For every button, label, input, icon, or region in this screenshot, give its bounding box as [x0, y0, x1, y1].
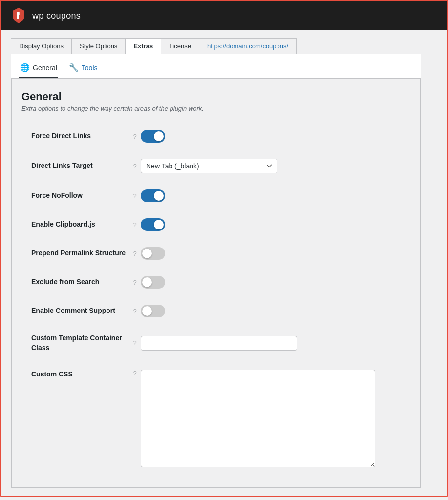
setting-enable-comment-support: Enable Comment Support ?	[21, 297, 410, 326]
toggle-force-nofollow-slider	[141, 189, 165, 202]
select-direct-links-target[interactable]: New Tab (_blank) Same Tab (_self)	[141, 159, 277, 173]
svg-rect-0	[17, 12, 19, 19]
tools-icon: 🔧	[69, 63, 79, 72]
tab-domain-link[interactable]: https://domain.com/coupons/	[199, 38, 297, 54]
help-exclude-from-search[interactable]: ?	[129, 279, 141, 286]
general-icon: 🌐	[20, 63, 30, 72]
tab-extras[interactable]: Extras	[125, 38, 161, 54]
label-force-direct-links: Force Direct Links	[31, 131, 129, 141]
tabs-content: 🌐 General 🔧 Tools General Extra options …	[11, 54, 421, 488]
setting-exclude-from-search: Exclude from Search ?	[21, 268, 410, 297]
svg-rect-1	[19, 12, 20, 15]
sub-tab-tools-label: Tools	[82, 64, 98, 72]
app-logo-icon	[11, 7, 26, 24]
sub-tab-tools[interactable]: 🔧 Tools	[68, 60, 99, 78]
label-force-nofollow: Force NoFollow	[31, 191, 129, 201]
label-exclude-from-search: Exclude from Search	[31, 277, 129, 287]
toggle-force-direct-links-slider	[141, 130, 165, 143]
control-prepend-permalink	[141, 247, 401, 260]
tab-style-options[interactable]: Style Options	[71, 38, 126, 54]
toggle-enable-clipboard[interactable]	[141, 218, 165, 231]
toggle-force-direct-links[interactable]	[141, 130, 165, 143]
setting-custom-css: Custom CSS ?	[21, 361, 410, 475]
sub-tab-general-label: General	[33, 64, 57, 72]
help-custom-template-class[interactable]: ?	[129, 339, 141, 347]
setting-enable-clipboard: Enable Clipboard.js ?	[21, 210, 410, 239]
app-title: wp coupons	[32, 11, 81, 21]
setting-prepend-permalink: Prepend Permalink Structure ?	[21, 239, 410, 268]
setting-force-nofollow: Force NoFollow ?	[21, 182, 410, 210]
tab-license[interactable]: License	[161, 38, 199, 54]
label-custom-css: Custom CSS	[31, 370, 129, 379]
section-title: General	[21, 90, 410, 103]
content-area: General Extra options to change the way …	[11, 79, 421, 487]
setting-force-direct-links: Force Direct Links ?	[21, 122, 410, 151]
help-prepend-permalink[interactable]: ?	[129, 250, 141, 257]
label-enable-comment-support: Enable Comment Support	[31, 306, 129, 316]
section-description: Extra options to change the way certain …	[21, 105, 410, 112]
control-force-direct-links	[141, 130, 401, 143]
help-enable-clipboard[interactable]: ?	[129, 221, 141, 229]
label-prepend-permalink: Prepend Permalink Structure	[31, 249, 129, 258]
toggle-prepend-permalink[interactable]	[141, 247, 165, 260]
toggle-force-nofollow[interactable]	[141, 189, 165, 202]
control-direct-links-target: New Tab (_blank) Same Tab (_self)	[141, 159, 401, 173]
control-enable-clipboard	[141, 218, 401, 231]
toggle-exclude-from-search-slider	[141, 276, 165, 289]
page-wrapper: Display Options Style Options Extras Lic…	[1, 30, 431, 496]
help-custom-css[interactable]: ?	[129, 370, 141, 377]
sub-tabs: 🌐 General 🔧 Tools	[11, 54, 421, 79]
control-enable-comment-support	[141, 305, 401, 317]
toggle-enable-clipboard-slider	[141, 218, 165, 231]
app-header: wp coupons	[1, 1, 447, 30]
help-force-nofollow[interactable]: ?	[129, 192, 141, 200]
control-exclude-from-search	[141, 276, 401, 289]
control-custom-template-class	[141, 336, 401, 351]
sub-tab-general[interactable]: 🌐 General	[19, 60, 58, 78]
control-force-nofollow	[141, 189, 401, 202]
setting-direct-links-target: Direct Links Target ? New Tab (_blank) S…	[21, 151, 410, 182]
toggle-enable-comment-support-slider	[141, 305, 165, 317]
toggle-exclude-from-search[interactable]	[141, 276, 165, 289]
help-direct-links-target[interactable]: ?	[129, 163, 141, 170]
control-custom-css	[141, 370, 401, 467]
toggle-prepend-permalink-slider	[141, 247, 165, 260]
label-custom-template-class: Custom Template Container Class	[31, 333, 129, 353]
tabs-nav: Display Options Style Options Extras Lic…	[11, 38, 421, 54]
help-enable-comment-support[interactable]: ?	[129, 308, 141, 315]
textarea-custom-css[interactable]	[141, 370, 375, 467]
help-force-direct-links[interactable]: ?	[129, 133, 141, 140]
setting-custom-template-class: Custom Template Container Class ?	[21, 326, 410, 361]
input-custom-template-class[interactable]	[141, 336, 297, 351]
label-enable-clipboard: Enable Clipboard.js	[31, 220, 129, 229]
toggle-enable-comment-support[interactable]	[141, 305, 165, 317]
tab-display-options[interactable]: Display Options	[11, 38, 72, 54]
label-direct-links-target: Direct Links Target	[31, 161, 129, 171]
